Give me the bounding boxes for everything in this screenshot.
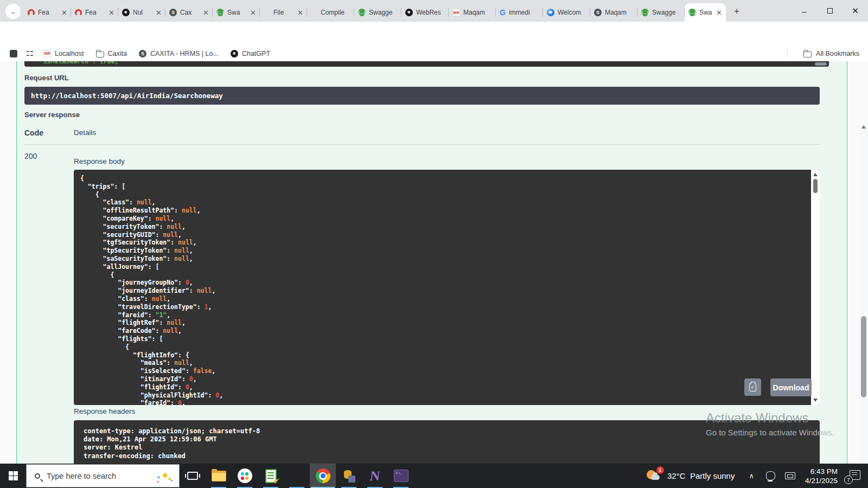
tab-strip: ⌄ Fea✕Fea✕✺Nul✕SCax✕{…}Swa✕File✕Compile{… <box>0 0 868 22</box>
windows-logo-icon <box>9 471 18 480</box>
network-icon[interactable] <box>785 472 795 479</box>
taskbar-clock[interactable]: 6:43 PM 4/21/2025 <box>805 467 838 485</box>
tab-close-icon[interactable]: ✕ <box>108 9 114 17</box>
tab-label: Maqam <box>605 9 634 16</box>
editor-scrollbar-thumb[interactable] <box>815 62 827 66</box>
tab-cax[interactable]: SCax✕ <box>165 3 213 22</box>
tab-swa[interactable]: {…}Swa✕ <box>213 3 260 22</box>
tab-compile[interactable]: Compile <box>307 3 354 22</box>
bookmark-localhost[interactable]: MRLocalhost <box>43 50 84 57</box>
code-line: { <box>80 191 807 199</box>
black-disc-icon: ✺ <box>231 50 238 57</box>
minimize-button[interactable]: – <box>792 0 817 22</box>
code-scrollbar[interactable] <box>811 170 820 405</box>
code-line: { <box>80 271 807 279</box>
taskbar-app-visual-studio[interactable]: N <box>362 464 388 488</box>
tab-close-icon[interactable]: ✕ <box>297 9 303 17</box>
code-line: "securityGUID": null, <box>80 231 807 239</box>
black-disc-icon: ✺ <box>405 9 413 16</box>
tab-maqam[interactable]: MRMaqam <box>449 3 496 22</box>
tab-webres[interactable]: ✺WebRes <box>401 3 449 22</box>
taskbar-search-box[interactable]: Type here to search ✦✦✦ <box>26 464 180 487</box>
search-placeholder: Type here to search <box>47 472 116 480</box>
red-arc-icon <box>75 9 82 16</box>
maximize-button[interactable] <box>817 0 843 22</box>
code-line: "securityToken": null, <box>80 223 807 231</box>
tab-file[interactable]: File✕ <box>260 3 307 22</box>
tab-close-icon[interactable]: ✕ <box>156 9 162 17</box>
response-headers-label: Response headers <box>74 407 135 415</box>
taskbar-app-chrome[interactable] <box>310 464 336 488</box>
bookmark-caxita-hrms-lo-[interactable]: SCAXITA - HRMS | Lo... <box>139 50 219 57</box>
start-button[interactable] <box>0 464 26 488</box>
tab-maqam[interactable]: SMaqam <box>590 3 637 22</box>
tab-close-icon[interactable]: ✕ <box>716 9 722 17</box>
scroll-up-icon[interactable] <box>813 173 818 176</box>
new-tab-button[interactable]: + <box>729 4 744 19</box>
visual-studio-icon: N <box>369 468 381 484</box>
bookmark-label: Localhost <box>55 50 84 57</box>
taskbar-app-ssms[interactable] <box>336 464 362 488</box>
bookmark-chatgpt[interactable]: ✺ChatGPT <box>231 50 270 57</box>
request-body-editor-cutoff[interactable]: "isMetaSearch": true, <box>24 61 829 67</box>
code-line: "fareCode": null, <box>80 327 807 335</box>
tray-app-icon[interactable] <box>766 471 775 480</box>
post-operation-block: "isMetaSearch": true, Request URL http:/… <box>16 61 847 464</box>
tab-swagge[interactable]: {…}Swagge <box>637 3 685 22</box>
tab-swagge[interactable]: {…}Swagge <box>354 3 401 22</box>
shield-icon <box>547 9 554 16</box>
taskbar-app-notepad[interactable] <box>258 464 284 488</box>
code-scrollbar-thumb[interactable] <box>813 179 818 193</box>
scroll-down-icon[interactable] <box>813 399 818 402</box>
tab-close-icon[interactable]: ✕ <box>203 9 209 17</box>
tab-label: Swagge <box>369 9 398 16</box>
browser-scrollbar[interactable] <box>859 123 868 488</box>
console-icon: C:\_ <box>394 470 409 482</box>
google-icon: G <box>500 8 506 17</box>
bookmark-caxita[interactable]: Caxita <box>96 50 127 57</box>
code-line: "compareKey": null, <box>80 215 807 223</box>
tab-nul[interactable]: ✺Nul✕ <box>118 3 165 22</box>
tab-immedi[interactable]: Gimmedi <box>496 3 543 22</box>
code-line: { <box>80 175 807 183</box>
response-body-code-block[interactable]: { "trips": [ { "class": null, "offlineRe… <box>74 170 820 405</box>
code-line: "offlineResultPath": null, <box>80 207 807 215</box>
mr-icon: MR <box>452 9 460 16</box>
copilot-sparkle-icon: ✦✦✦ <box>156 469 173 483</box>
scrollbar-up-icon[interactable] <box>861 125 866 129</box>
response-headers-code-block[interactable]: content-type: application/json; charset=… <box>74 420 820 464</box>
bookmark-label: CAXITA - HRMS | Lo... <box>150 50 219 57</box>
close-window-button[interactable]: ✕ <box>843 0 868 22</box>
tab-welcom[interactable]: Welcom <box>543 3 590 22</box>
status-code: 200 <box>24 152 37 160</box>
taskbar-app-slack[interactable] <box>232 464 258 488</box>
tab-close-icon[interactable]: ✕ <box>250 9 256 17</box>
notification-center-button[interactable]: 7 <box>846 470 860 482</box>
tab-fea[interactable]: Fea✕ <box>71 3 118 22</box>
weather-text[interactable]: 32°C Partly sunny <box>667 471 735 480</box>
bookmarks-divider-right <box>787 49 788 57</box>
taskbar-app-explorer[interactable] <box>206 464 232 488</box>
tab-search-button[interactable]: ⌄ <box>5 4 21 19</box>
download-button[interactable]: Download <box>770 378 812 396</box>
all-bookmarks-button[interactable]: All Bookmarks <box>803 46 859 61</box>
code-line: "fareId": 0, <box>80 399 807 405</box>
tab-fea[interactable]: Fea✕ <box>24 3 71 22</box>
tray-expand-icon[interactable]: ∧ <box>749 472 754 480</box>
tab-close-icon[interactable]: ✕ <box>61 9 67 17</box>
s-disc-icon: S <box>169 9 177 16</box>
code-line: "journeyIdentifier": null, <box>80 287 807 295</box>
browser-scrollbar-thumb[interactable] <box>861 316 866 397</box>
swagger-icon: {…} <box>358 9 366 16</box>
request-url-value: http://localhost:5007/api/AirIndia/Searc… <box>31 92 223 100</box>
taskbar-app-console[interactable]: C:\_ <box>388 464 414 488</box>
code-line: "class": null, <box>80 295 807 303</box>
code-line: "allJourney": [ <box>80 263 807 271</box>
taskbar-app-thunderbird[interactable] <box>284 464 310 488</box>
search-icon <box>35 473 40 479</box>
copy-to-clipboard-button[interactable] <box>744 378 761 396</box>
weather-icon[interactable]: 1 <box>647 468 663 484</box>
taskbar-app-taskview[interactable] <box>180 464 206 488</box>
s-disc-icon: S <box>139 50 146 57</box>
tab-swa-active[interactable]: {…}Swa✕ <box>685 3 726 22</box>
